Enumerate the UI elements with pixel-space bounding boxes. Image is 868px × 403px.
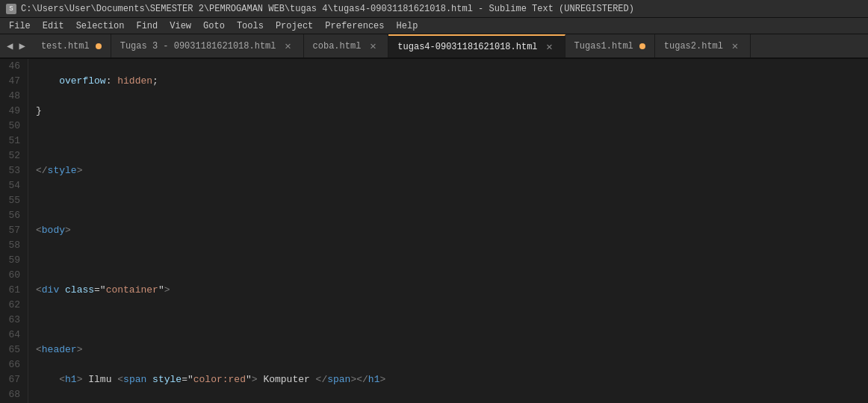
- tab-tugas2[interactable]: tugas2.html ✕: [655, 34, 751, 57]
- code-line-46: overflow: hidden;: [36, 74, 868, 89]
- tab-next-arrow[interactable]: ▶: [16, 38, 27, 54]
- menu-file[interactable]: File: [3, 19, 37, 33]
- code-line-54: [36, 313, 868, 328]
- code-line-52: [36, 253, 868, 268]
- menu-view[interactable]: View: [164, 19, 197, 33]
- app-icon: S: [6, 4, 16, 14]
- tab-label: tugas4-09031181621018.html: [397, 42, 537, 52]
- code-line-47: }: [36, 104, 868, 119]
- tab-prev-arrow[interactable]: ◀: [4, 38, 15, 54]
- tab-label: Tugas1.html: [574, 41, 633, 51]
- menu-goto[interactable]: Goto: [197, 19, 231, 33]
- tab-coba[interactable]: coba.html ✕: [304, 34, 389, 57]
- tab-modified-dot: [96, 43, 102, 49]
- tab-close-button[interactable]: ✕: [282, 40, 294, 52]
- tab-close-button[interactable]: ✕: [544, 41, 556, 53]
- tab-test-html[interactable]: test.html: [32, 34, 111, 57]
- title-bar: S C:\Users\User\Documents\SEMESTER 2\PEM…: [0, 0, 868, 18]
- tab-close-button[interactable]: ✕: [367, 40, 379, 52]
- menu-selection[interactable]: Selection: [70, 19, 131, 33]
- title-text: C:\Users\User\Documents\SEMESTER 2\PEMRO…: [21, 4, 634, 14]
- code-line-48: [36, 134, 868, 149]
- code-content[interactable]: overflow: hidden; } </style> <body> <div…: [28, 59, 868, 403]
- tab-bar: ◀ ▶ test.html Tugas 3 - 09031181621018.h…: [0, 34, 868, 59]
- tab-close-button[interactable]: ✕: [729, 40, 741, 52]
- code-line-51: <body>: [36, 223, 868, 238]
- tab-nav-arrows: ◀ ▶: [0, 34, 32, 57]
- tab-label: coba.html: [313, 41, 362, 51]
- editor: 46 47 48 49 50 51 52 53 54 55 56 57 58 5…: [0, 59, 868, 403]
- menu-tools[interactable]: Tools: [231, 19, 270, 33]
- menu-preferences[interactable]: Preferences: [319, 19, 390, 33]
- menu-edit[interactable]: Edit: [37, 19, 70, 33]
- menu-project[interactable]: Project: [270, 19, 319, 33]
- menu-find[interactable]: Find: [130, 19, 164, 33]
- tab-modified-dot: [639, 43, 645, 49]
- code-line-55: <header>: [36, 343, 868, 357]
- line-numbers: 46 47 48 49 50 51 52 53 54 55 56 57 58 5…: [0, 59, 28, 403]
- code-line-50: [36, 193, 868, 208]
- tab-tugas1[interactable]: Tugas1.html: [565, 34, 655, 57]
- tab-tugas3[interactable]: Tugas 3 - 09031181621018.html ✕: [111, 34, 304, 57]
- code-line-56: <h1> Ilmu <span style="color:red"> Kompu…: [36, 372, 868, 387]
- code-line-49: </style>: [36, 163, 868, 178]
- menu-bar: File Edit Selection Find View Goto Tools…: [0, 18, 868, 34]
- code-line-53: <div class="container">: [36, 283, 868, 298]
- tab-label: test.html: [41, 41, 90, 51]
- tab-tugas4[interactable]: tugas4-09031181621018.html ✕: [388, 34, 565, 57]
- tab-label: Tugas 3 - 09031181621018.html: [120, 41, 276, 51]
- menu-help[interactable]: Help: [391, 19, 424, 33]
- tab-label: tugas2.html: [664, 41, 723, 51]
